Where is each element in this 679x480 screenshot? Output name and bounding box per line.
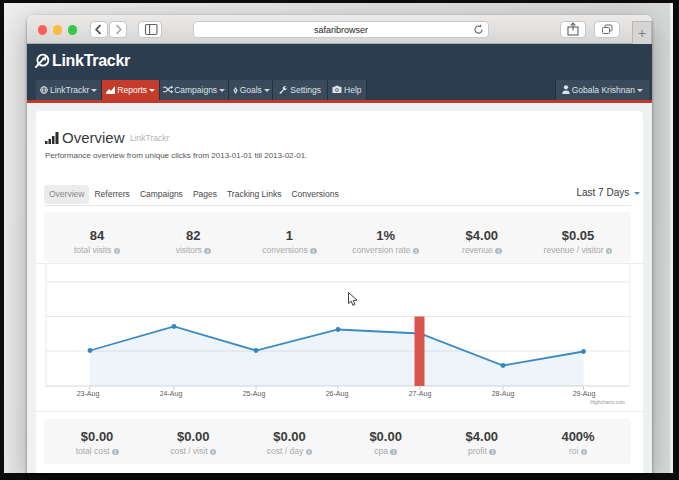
svg-text:26-Aug: 26-Aug bbox=[326, 390, 349, 398]
svg-text:27-Aug: 27-Aug bbox=[409, 390, 432, 398]
svg-text:29-Aug: 29-Aug bbox=[573, 390, 596, 398]
svg-text:24-Aug: 24-Aug bbox=[160, 390, 183, 398]
svg-text:25-Aug: 25-Aug bbox=[243, 390, 266, 398]
svg-text:23-Aug: 23-Aug bbox=[77, 390, 100, 398]
svg-text:Highcharts.com: Highcharts.com bbox=[590, 399, 625, 405]
svg-text:28-Aug: 28-Aug bbox=[492, 390, 515, 398]
